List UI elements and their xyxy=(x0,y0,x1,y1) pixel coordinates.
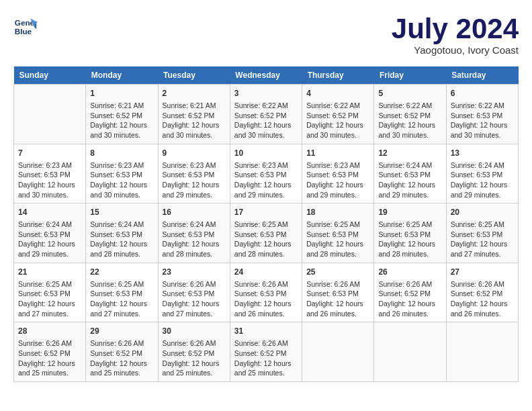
calendar-cell: 6Sunrise: 6:22 AM Sunset: 6:53 PM Daylig… xyxy=(446,85,518,144)
calendar-cell: 5Sunrise: 6:22 AM Sunset: 6:52 PM Daylig… xyxy=(374,85,446,144)
day-number: 14 xyxy=(18,207,81,218)
svg-text:Blue: Blue xyxy=(15,27,32,36)
day-info: Sunrise: 6:24 AM Sunset: 6:53 PM Dayligh… xyxy=(163,220,226,259)
day-number: 4 xyxy=(306,88,369,99)
day-number: 23 xyxy=(163,267,226,278)
day-number: 21 xyxy=(18,267,81,278)
day-info: Sunrise: 6:22 AM Sunset: 6:52 PM Dayligh… xyxy=(378,101,441,140)
day-number: 12 xyxy=(378,148,441,159)
day-number: 18 xyxy=(306,207,369,218)
calendar-cell: 27Sunrise: 6:26 AM Sunset: 6:52 PM Dayli… xyxy=(446,263,518,322)
day-info: Sunrise: 6:26 AM Sunset: 6:53 PM Dayligh… xyxy=(306,279,369,319)
weekday-header: Thursday xyxy=(302,66,374,85)
day-number: 7 xyxy=(18,148,81,159)
day-number: 28 xyxy=(18,326,81,337)
day-info: Sunrise: 6:23 AM Sunset: 6:53 PM Dayligh… xyxy=(90,161,153,200)
day-number: 10 xyxy=(234,148,298,159)
day-number: 1 xyxy=(90,88,153,99)
calendar-cell: 13Sunrise: 6:24 AM Sunset: 6:53 PM Dayli… xyxy=(446,144,518,203)
weekday-header: Wednesday xyxy=(230,66,302,85)
day-info: Sunrise: 6:25 AM Sunset: 6:53 PM Dayligh… xyxy=(451,220,514,259)
calendar-cell: 10Sunrise: 6:23 AM Sunset: 6:53 PM Dayli… xyxy=(230,144,302,203)
day-info: Sunrise: 6:25 AM Sunset: 6:53 PM Dayligh… xyxy=(90,279,153,319)
day-info: Sunrise: 6:22 AM Sunset: 6:53 PM Dayligh… xyxy=(451,101,514,140)
weekday-header: Saturday xyxy=(446,66,518,85)
day-number: 31 xyxy=(234,326,298,337)
calendar-cell: 1Sunrise: 6:21 AM Sunset: 6:52 PM Daylig… xyxy=(86,85,158,144)
calendar-cell: 14Sunrise: 6:24 AM Sunset: 6:53 PM Dayli… xyxy=(14,203,86,263)
title-block: July 2024 Yaogotouo, Ivory Coast xyxy=(392,13,519,56)
calendar-cell: 30Sunrise: 6:26 AM Sunset: 6:52 PM Dayli… xyxy=(158,322,230,382)
month-title: July 2024 xyxy=(392,13,519,44)
day-info: Sunrise: 6:24 AM Sunset: 6:53 PM Dayligh… xyxy=(378,161,441,200)
calendar-cell: 31Sunrise: 6:26 AM Sunset: 6:52 PM Dayli… xyxy=(230,322,302,382)
day-info: Sunrise: 6:21 AM Sunset: 6:52 PM Dayligh… xyxy=(90,101,153,140)
calendar-cell xyxy=(446,322,518,382)
day-number: 19 xyxy=(378,207,441,218)
day-info: Sunrise: 6:25 AM Sunset: 6:53 PM Dayligh… xyxy=(234,220,298,259)
day-number: 9 xyxy=(163,148,226,159)
day-number: 29 xyxy=(90,326,153,337)
calendar-cell: 4Sunrise: 6:22 AM Sunset: 6:52 PM Daylig… xyxy=(302,85,374,144)
day-number: 8 xyxy=(90,148,153,159)
day-info: Sunrise: 6:26 AM Sunset: 6:52 PM Dayligh… xyxy=(90,338,153,378)
day-info: Sunrise: 6:26 AM Sunset: 6:52 PM Dayligh… xyxy=(378,279,441,319)
day-info: Sunrise: 6:23 AM Sunset: 6:53 PM Dayligh… xyxy=(234,161,298,200)
calendar-cell: 12Sunrise: 6:24 AM Sunset: 6:53 PM Dayli… xyxy=(374,144,446,203)
calendar-cell xyxy=(14,85,86,144)
day-info: Sunrise: 6:24 AM Sunset: 6:53 PM Dayligh… xyxy=(90,220,153,259)
day-number: 26 xyxy=(378,267,441,278)
day-info: Sunrise: 6:23 AM Sunset: 6:53 PM Dayligh… xyxy=(163,161,226,200)
calendar-cell: 24Sunrise: 6:26 AM Sunset: 6:53 PM Dayli… xyxy=(230,263,302,322)
day-info: Sunrise: 6:25 AM Sunset: 6:53 PM Dayligh… xyxy=(18,279,81,319)
day-info: Sunrise: 6:25 AM Sunset: 6:53 PM Dayligh… xyxy=(306,220,369,259)
calendar-cell: 8Sunrise: 6:23 AM Sunset: 6:53 PM Daylig… xyxy=(86,144,158,203)
day-number: 27 xyxy=(451,267,514,278)
page-header: General Blue July 2024 Yaogotouo, Ivory … xyxy=(13,13,519,56)
weekday-header: Friday xyxy=(374,66,446,85)
weekday-header: Sunday xyxy=(14,66,86,85)
calendar-cell: 3Sunrise: 6:22 AM Sunset: 6:52 PM Daylig… xyxy=(230,85,302,144)
calendar-cell: 15Sunrise: 6:24 AM Sunset: 6:53 PM Dayli… xyxy=(86,203,158,263)
calendar-cell: 19Sunrise: 6:25 AM Sunset: 6:53 PM Dayli… xyxy=(374,203,446,263)
calendar-table: SundayMondayTuesdayWednesdayThursdayFrid… xyxy=(13,66,519,382)
calendar-cell xyxy=(374,322,446,382)
day-info: Sunrise: 6:21 AM Sunset: 6:52 PM Dayligh… xyxy=(163,101,226,140)
calendar-cell: 2Sunrise: 6:21 AM Sunset: 6:52 PM Daylig… xyxy=(158,85,230,144)
calendar-cell: 17Sunrise: 6:25 AM Sunset: 6:53 PM Dayli… xyxy=(230,203,302,263)
weekday-header: Tuesday xyxy=(158,66,230,85)
calendar-week-row: 7Sunrise: 6:23 AM Sunset: 6:53 PM Daylig… xyxy=(14,144,519,203)
calendar-cell: 11Sunrise: 6:23 AM Sunset: 6:53 PM Dayli… xyxy=(302,144,374,203)
calendar-cell: 18Sunrise: 6:25 AM Sunset: 6:53 PM Dayli… xyxy=(302,203,374,263)
day-info: Sunrise: 6:26 AM Sunset: 6:52 PM Dayligh… xyxy=(234,338,298,378)
day-info: Sunrise: 6:25 AM Sunset: 6:53 PM Dayligh… xyxy=(378,220,441,259)
calendar-cell: 9Sunrise: 6:23 AM Sunset: 6:53 PM Daylig… xyxy=(158,144,230,203)
day-number: 17 xyxy=(234,207,298,218)
calendar-cell: 7Sunrise: 6:23 AM Sunset: 6:53 PM Daylig… xyxy=(14,144,86,203)
day-number: 20 xyxy=(451,207,514,218)
calendar-cell: 28Sunrise: 6:26 AM Sunset: 6:52 PM Dayli… xyxy=(14,322,86,382)
day-number: 11 xyxy=(306,148,369,159)
calendar-week-row: 1Sunrise: 6:21 AM Sunset: 6:52 PM Daylig… xyxy=(14,85,519,144)
calendar-cell: 23Sunrise: 6:26 AM Sunset: 6:53 PM Dayli… xyxy=(158,263,230,322)
day-number: 22 xyxy=(90,267,153,278)
location: Yaogotouo, Ivory Coast xyxy=(392,44,519,56)
day-info: Sunrise: 6:26 AM Sunset: 6:53 PM Dayligh… xyxy=(234,279,298,319)
day-info: Sunrise: 6:26 AM Sunset: 6:53 PM Dayligh… xyxy=(163,279,226,319)
logo: General Blue xyxy=(13,13,38,38)
calendar-cell: 25Sunrise: 6:26 AM Sunset: 6:53 PM Dayli… xyxy=(302,263,374,322)
day-info: Sunrise: 6:26 AM Sunset: 6:52 PM Dayligh… xyxy=(163,338,226,378)
day-number: 30 xyxy=(163,326,226,337)
day-info: Sunrise: 6:24 AM Sunset: 6:53 PM Dayligh… xyxy=(18,220,81,259)
weekday-header: Monday xyxy=(86,66,158,85)
day-info: Sunrise: 6:23 AM Sunset: 6:53 PM Dayligh… xyxy=(306,161,369,200)
day-info: Sunrise: 6:22 AM Sunset: 6:52 PM Dayligh… xyxy=(306,101,369,140)
day-number: 13 xyxy=(451,148,514,159)
calendar-week-row: 28Sunrise: 6:26 AM Sunset: 6:52 PM Dayli… xyxy=(14,322,519,382)
day-number: 16 xyxy=(163,207,226,218)
calendar-week-row: 14Sunrise: 6:24 AM Sunset: 6:53 PM Dayli… xyxy=(14,203,519,263)
day-number: 3 xyxy=(234,88,298,99)
calendar-cell: 16Sunrise: 6:24 AM Sunset: 6:53 PM Dayli… xyxy=(158,203,230,263)
day-number: 2 xyxy=(163,88,226,99)
calendar-cell: 21Sunrise: 6:25 AM Sunset: 6:53 PM Dayli… xyxy=(14,263,86,322)
